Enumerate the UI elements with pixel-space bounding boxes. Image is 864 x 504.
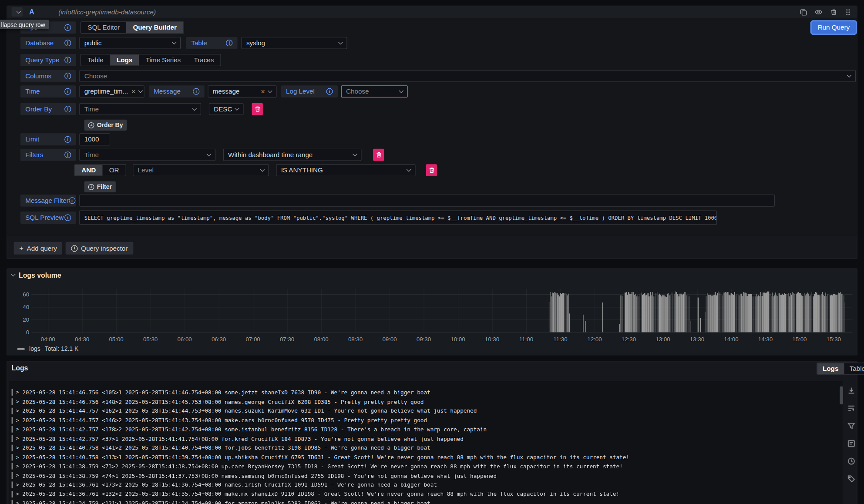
info-icon[interactable] — [64, 136, 71, 143]
expand-row-icon[interactable]: > — [16, 399, 19, 405]
or-option[interactable]: OR — [102, 165, 125, 176]
expand-row-icon[interactable]: > — [16, 473, 19, 478]
query-inspector-button[interactable]: Query inspector — [66, 242, 133, 255]
eye-icon[interactable] — [814, 8, 823, 16]
expand-row-icon[interactable]: > — [16, 482, 19, 488]
add-order-by-button[interactable]: Order By — [84, 120, 127, 131]
log-row[interactable]: >2025-05-28 15:41:36.761 <132>2 2025-05-… — [10, 489, 620, 498]
and-option[interactable]: AND — [75, 165, 102, 176]
log-row[interactable]: >2025-05-28 15:41:44.757 <146>2 2025-05-… — [10, 416, 427, 425]
volume-bar — [620, 296, 621, 332]
log-row[interactable]: >2025-05-28 15:41:34.759 <121>1 2025-05-… — [10, 499, 430, 504]
remove-order-by-button[interactable] — [252, 103, 263, 115]
volume-bar — [622, 296, 622, 333]
info-icon[interactable] — [193, 88, 199, 95]
volume-bar — [708, 295, 709, 333]
log-row[interactable]: >2025-05-28 15:41:36.761 <173>2 2025-05-… — [10, 480, 437, 489]
query-type-time-series[interactable]: Time Series — [139, 54, 187, 65]
logs-meta-icon[interactable] — [847, 439, 856, 448]
info-icon[interactable] — [226, 40, 232, 46]
volume-bar — [838, 292, 839, 332]
log-row[interactable]: >2025-05-28 15:41:38.759 <73>2 2025-05-2… — [10, 462, 623, 471]
toggle-logs[interactable]: Logs — [817, 363, 844, 374]
plus-icon: + — [19, 245, 24, 252]
wrap-lines-icon[interactable] — [847, 404, 856, 413]
legend-series-name[interactable]: logs — [29, 346, 40, 352]
expand-row-icon[interactable]: > — [16, 408, 19, 414]
query-type-table[interactable]: Table — [81, 54, 110, 65]
logs-scrollbar[interactable] — [840, 386, 843, 404]
log-row[interactable]: >2025-05-28 15:41:44.757 <162>1 2025-05-… — [10, 407, 477, 416]
clear-icon[interactable]: × — [131, 87, 136, 96]
log-row[interactable]: >2025-05-28 15:41:40.758 <113>1 2025-05-… — [10, 453, 629, 462]
columns-select[interactable]: Choose — [79, 70, 856, 82]
info-icon[interactable] — [326, 88, 333, 95]
database-select[interactable]: public — [79, 37, 181, 49]
filter1-field-select[interactable]: Time — [79, 149, 215, 161]
info-icon[interactable] — [64, 151, 71, 158]
remove-filter2-button[interactable] — [426, 164, 437, 176]
info-icon[interactable] — [64, 88, 71, 95]
drag-handle-icon[interactable] — [845, 8, 851, 16]
expand-row-icon[interactable]: > — [16, 390, 19, 395]
copy-icon[interactable] — [800, 8, 807, 16]
expand-row-icon[interactable]: > — [16, 436, 19, 442]
order-direction-select[interactable]: DESC — [209, 103, 244, 115]
tab-sql-editor[interactable]: SQL Editor — [81, 22, 126, 33]
add-query-button[interactable]: +Add query — [14, 242, 63, 255]
query-type-logs[interactable]: Logs — [110, 54, 139, 65]
order-by-field-select[interactable]: Time — [79, 103, 201, 115]
table-select[interactable]: syslog — [241, 37, 347, 49]
trash-icon[interactable] — [830, 8, 838, 16]
query-type-traces[interactable]: Traces — [187, 54, 220, 65]
filter2-operator-select[interactable]: IS ANYTHING — [276, 164, 415, 176]
collapse-query-row-button[interactable] — [12, 7, 23, 17]
expand-row-icon[interactable]: > — [16, 501, 19, 504]
remove-filter1-button[interactable] — [373, 149, 384, 161]
info-icon[interactable] — [64, 106, 71, 112]
toggle-table[interactable]: Table — [844, 363, 864, 374]
volume-bar — [659, 294, 660, 333]
tag-icon[interactable] — [847, 474, 856, 483]
logs-volume-panel: Logs volume 04:0004:3005:0005:3006:0006:… — [7, 269, 857, 356]
volume-bar — [744, 292, 745, 332]
filter-icon[interactable] — [847, 421, 856, 430]
download-icon[interactable] — [847, 386, 856, 395]
run-query-button[interactable]: Run Query — [812, 21, 856, 34]
expand-row-icon[interactable]: > — [16, 417, 19, 423]
log-row[interactable]: >2025-05-28 15:41:42.757 <37>1 2025-05-2… — [10, 434, 464, 443]
volume-bar — [781, 295, 782, 332]
tab-query-builder[interactable]: Query Builder — [126, 22, 183, 33]
log-row[interactable]: >2025-05-28 15:41:40.758 <141>2 2025-05-… — [10, 443, 430, 452]
info-icon[interactable] — [64, 24, 71, 31]
info-icon[interactable] — [64, 57, 71, 63]
expand-row-icon[interactable]: > — [16, 454, 19, 460]
volume-bar — [796, 294, 797, 332]
info-icon[interactable] — [64, 214, 71, 221]
filter2-field-select[interactable]: Level — [133, 164, 269, 176]
volume-bar — [689, 296, 689, 333]
limit-input[interactable]: 1000 — [79, 133, 110, 145]
time-column-select[interactable]: greptime_tim...× — [79, 85, 144, 97]
log-row[interactable]: >2025-05-28 15:41:38.759 <74>1 2025-05-2… — [10, 471, 497, 480]
info-icon[interactable] — [64, 40, 71, 46]
expand-row-icon[interactable]: > — [16, 427, 19, 432]
log-row[interactable]: >2025-05-28 15:41:46.756 <105>1 2025-05-… — [10, 388, 430, 397]
log-row[interactable]: >2025-05-28 15:41:46.756 <148>2 2025-05-… — [10, 397, 424, 406]
expand-row-icon[interactable]: > — [16, 445, 19, 451]
database-label-cell: Database — [20, 37, 76, 49]
info-icon[interactable] — [64, 73, 71, 79]
clock-history-icon[interactable] — [847, 457, 856, 465]
add-filter-button[interactable]: Filter — [84, 181, 116, 192]
expand-row-icon[interactable]: > — [16, 491, 19, 497]
clear-icon[interactable]: × — [261, 87, 265, 96]
log-level-select[interactable]: Choose — [341, 85, 408, 97]
filter1-operator-select[interactable]: Within dashboard time range — [223, 149, 362, 161]
log-row[interactable]: >2025-05-28 15:41:42.757 <178>2 2025-05-… — [10, 425, 487, 434]
message-filter-input[interactable] — [79, 195, 775, 207]
info-icon[interactable] — [69, 197, 75, 204]
expand-row-icon[interactable]: > — [16, 464, 19, 469]
chevron-down-icon — [260, 167, 265, 172]
v-gridline — [48, 289, 48, 333]
message-column-select[interactable]: message× — [208, 85, 276, 97]
